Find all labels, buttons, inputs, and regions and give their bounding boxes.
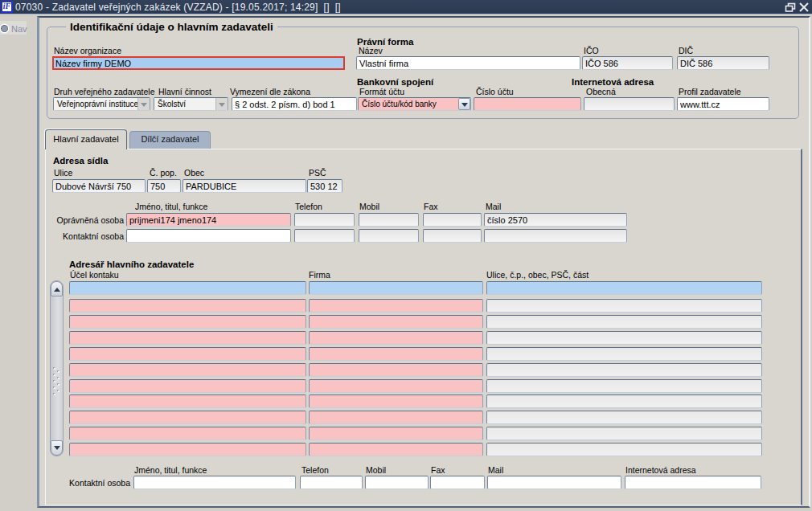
persons-col-mail: Mail xyxy=(486,202,501,211)
hlavni-cinnost-dropdown-icon[interactable] xyxy=(215,98,228,110)
grid-cell-ucel-row0[interactable] xyxy=(69,281,306,295)
window-title: 07030 - Zadavatel veřejných zakázek (VZZ… xyxy=(15,2,341,13)
grid-cell-ulice-row3[interactable] xyxy=(486,331,762,345)
grid-cell-ucel-row3[interactable] xyxy=(69,331,306,345)
title-bar[interactable]: iF 07030 - Zadavatel veřejných zakázek (… xyxy=(0,0,812,14)
kontaktni-osoba-label: Kontaktní osoba xyxy=(43,231,124,241)
opravnena-osoba-fax-input[interactable] xyxy=(423,213,482,227)
vymezeni-input[interactable] xyxy=(232,97,357,111)
cislo-uctu-label: Číslo účtu xyxy=(476,87,514,96)
tab-hlavni-zadavatel[interactable]: Hlavní zadavatel xyxy=(45,129,127,149)
psc-input[interactable] xyxy=(307,179,342,193)
nav-label: Nav xyxy=(11,24,27,34)
kontaktni-osoba-jmeno-input[interactable] xyxy=(126,229,291,243)
hlavni-cinnost-value: Školství xyxy=(154,98,215,110)
grid-cell-firma-row0[interactable] xyxy=(309,281,483,295)
persons-col-telefon: Telefon xyxy=(295,202,322,211)
obecna-input[interactable] xyxy=(584,97,675,111)
scroll-down-icon[interactable] xyxy=(51,440,63,456)
adresa-sidla-heading: Adresa sídla xyxy=(53,156,108,166)
kontaktni-osoba-telefon-input[interactable] xyxy=(294,229,355,243)
druh-zadavatele-combobox[interactable]: Veřejnoprávní instituce xyxy=(53,97,150,111)
opravnena-osoba-telefon-input[interactable] xyxy=(294,213,355,227)
grid-cell-ulice-row10[interactable] xyxy=(486,443,762,456)
grid-cell-ulice-row5[interactable] xyxy=(486,363,762,377)
grid-cell-ucel-row10[interactable] xyxy=(69,443,306,456)
restore-window-icon[interactable] xyxy=(785,2,796,12)
grid-cell-firma-row8[interactable] xyxy=(309,411,483,424)
kontaktni-osoba-mail-input[interactable] xyxy=(484,229,627,243)
bottom-internetova-adresa-input[interactable] xyxy=(625,476,761,489)
grid-cell-firma-row1[interactable] xyxy=(309,299,483,313)
adresar-vertical-scrollbar[interactable] xyxy=(50,280,64,456)
nazev-organizace-label: Název organizace xyxy=(54,46,121,55)
bottom-col-fax: Fax xyxy=(431,465,445,475)
format-uctu-value: Číslo účtu/kód banky xyxy=(359,98,458,110)
grid-cell-ulice-row1[interactable] xyxy=(486,299,762,313)
cislo-uctu-input[interactable] xyxy=(474,97,581,111)
grid-cell-ulice-row7[interactable] xyxy=(486,394,762,408)
down-arrow-icon xyxy=(54,446,60,450)
kontaktni-osoba-mobil-input[interactable] xyxy=(359,229,419,243)
opravnena-osoba-label: Oprávněná osoba xyxy=(43,215,124,225)
kontaktni-osoba-fax-input[interactable] xyxy=(423,229,482,243)
grid-cell-firma-row3[interactable] xyxy=(309,331,483,345)
grid-cell-ucel-row5[interactable] xyxy=(69,363,306,377)
profil-zadavatele-label: Profil zadavatele xyxy=(679,87,741,96)
grid-cell-ucel-row8[interactable] xyxy=(69,411,306,424)
grid-cell-firma-row4[interactable] xyxy=(309,347,483,361)
cislo-popisne-label: Č. pop. xyxy=(150,168,177,178)
opravnena-osoba-mobil-input[interactable] xyxy=(359,213,419,227)
ico-input[interactable] xyxy=(582,56,673,70)
grid-cell-ucel-row1[interactable] xyxy=(69,299,306,313)
druh-zadavatele-dropdown-icon[interactable] xyxy=(137,98,150,110)
opravnena-osoba-jmeno-input[interactable] xyxy=(126,213,291,227)
grid-cell-ucel-row2[interactable] xyxy=(69,315,306,329)
nazev-input[interactable] xyxy=(356,56,580,70)
format-uctu-label: Formát účtu xyxy=(359,87,404,96)
grid-cell-ulice-row4[interactable] xyxy=(486,347,762,361)
dic-input[interactable] xyxy=(677,56,769,70)
bottom-mail-input[interactable] xyxy=(487,476,621,489)
grid-cell-firma-row6[interactable] xyxy=(309,379,483,393)
grid-cell-ucel-row9[interactable] xyxy=(69,427,306,440)
ico-label: IČO xyxy=(584,46,599,55)
tab-dilci-zadavatel[interactable]: Dílčí zadavatel xyxy=(129,131,211,149)
opravnena-osoba-mail-input[interactable] xyxy=(484,213,627,227)
grid-cell-ulice-row0[interactable] xyxy=(486,281,762,295)
identification-groupbox-title: Identifikační údaje o hlavním zadavateli xyxy=(66,21,277,33)
dropdown-arrow-icon xyxy=(461,103,468,107)
druh-zadavatele-value: Veřejnoprávní instituce xyxy=(54,98,137,110)
grid-cell-firma-row7[interactable] xyxy=(309,394,483,408)
grid-cell-ucel-row6[interactable] xyxy=(69,379,306,393)
obec-label: Obec xyxy=(184,168,204,178)
close-window-icon[interactable] xyxy=(798,2,810,12)
bottom-telefon-input[interactable] xyxy=(300,476,363,489)
nazev-organizace-input[interactable] xyxy=(52,56,345,70)
hlavni-cinnost-label: Hlavní činnost xyxy=(158,87,211,96)
ulice-label: Ulice xyxy=(54,168,72,178)
grid-cell-firma-row9[interactable] xyxy=(309,427,483,440)
bottom-fax-input[interactable] xyxy=(430,476,485,489)
ulice-input[interactable] xyxy=(52,179,146,193)
grid-cell-ulice-row2[interactable] xyxy=(486,315,762,329)
grid-cell-firma-row2[interactable] xyxy=(309,315,483,329)
grid-cell-ucel-row4[interactable] xyxy=(69,347,306,361)
obec-input[interactable] xyxy=(182,179,306,193)
hlavni-cinnost-combobox[interactable]: Školství xyxy=(154,97,228,111)
cislo-popisne-input[interactable] xyxy=(147,179,181,193)
format-uctu-dropdown-icon[interactable] xyxy=(458,98,470,110)
grid-cell-ucel-row7[interactable] xyxy=(69,394,306,408)
grid-cell-firma-row10[interactable] xyxy=(309,443,483,456)
grid-cell-ulice-row6[interactable] xyxy=(486,379,762,393)
grid-cell-firma-row5[interactable] xyxy=(309,363,483,377)
nav-radio-icon[interactable] xyxy=(1,25,8,32)
grid-cell-ulice-row8[interactable] xyxy=(486,411,762,424)
grid-cell-ulice-row9[interactable] xyxy=(486,427,762,440)
persons-col-fax: Fax xyxy=(424,202,438,211)
scroll-up-icon[interactable] xyxy=(51,281,63,296)
format-uctu-combobox[interactable]: Číslo účtu/kód banky xyxy=(358,97,471,111)
bottom-jmeno-input[interactable] xyxy=(133,476,296,489)
bottom-mobil-input[interactable] xyxy=(365,476,429,489)
profil-zadavatele-input[interactable] xyxy=(677,97,769,111)
